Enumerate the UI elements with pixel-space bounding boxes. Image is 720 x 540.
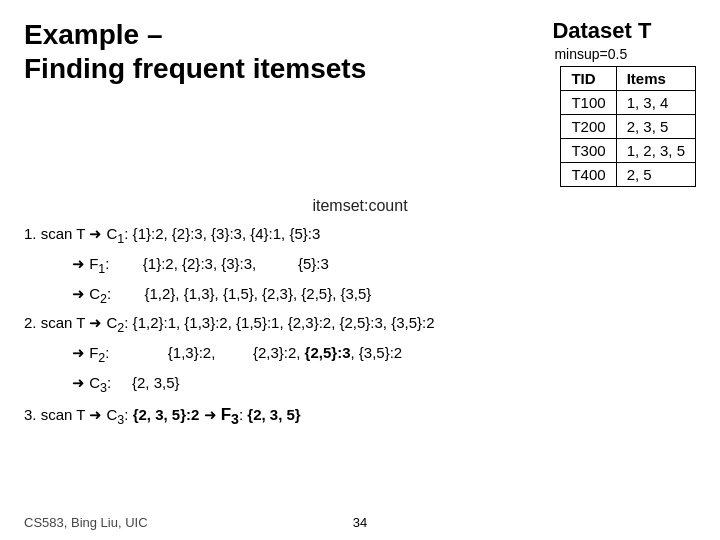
table-row: T3001, 2, 3, 5	[561, 139, 696, 163]
step1-c2-content: {1,2}, {1,3}, {1,5}, {2,3}, {2,5}, {3,5}	[144, 285, 371, 302]
step1-text: 1. scan T ➜ C1: {1}:2, {2}:3, {3}:3, {4}…	[24, 225, 320, 242]
cell-items: 2, 5	[616, 163, 695, 187]
cell-tid: T300	[561, 139, 616, 163]
step1-c2-arrow: ➜ C2:	[72, 285, 111, 302]
step2-f2-line: ➜ F2: {1,3}:2, {2,3}:2, {2,5}:3, {3,5}:2	[72, 342, 696, 368]
cell-tid: T400	[561, 163, 616, 187]
step2-f2-arrow: ➜ F2:	[72, 344, 109, 361]
title-block: Example – Finding frequent itemsets	[24, 18, 552, 85]
table-row: T2002, 3, 5	[561, 115, 696, 139]
step2-c3-content: {2, 3,5}	[132, 374, 180, 391]
footer-page: 34	[353, 515, 367, 530]
cell-items: 1, 2, 3, 5	[616, 139, 695, 163]
table-row: T4002, 5	[561, 163, 696, 187]
table-row: T1001, 3, 4	[561, 91, 696, 115]
dataset-label: Dataset T	[552, 18, 651, 44]
step2-line: 2. scan T ➜ C2: {1,2}:1, {1,3}:2, {1,5}:…	[24, 312, 696, 338]
title-line1: Example –	[24, 18, 552, 52]
step2-text: 2. scan T ➜ C2: {1,2}:1, {1,3}:2, {1,5}:…	[24, 314, 435, 331]
cell-tid: T100	[561, 91, 616, 115]
title-line2: Finding frequent itemsets	[24, 52, 552, 86]
step2-c3-arrow: ➜ C3:	[72, 374, 111, 391]
step1-f1-content: {1}:2, {2}:3, {3}:3, {5}:3	[143, 255, 329, 272]
cell-items: 1, 3, 4	[616, 91, 695, 115]
step1-f1-line: ➜ F1: {1}:2, {2}:3, {3}:3, {5}:3	[72, 253, 696, 279]
cell-items: 2, 3, 5	[616, 115, 695, 139]
dataset-table: TID Items T1001, 3, 4T2002, 3, 5T3001, 2…	[560, 66, 696, 187]
dataset-table-area: Dataset T minsup=0.5 TID Items T1001, 3,…	[552, 18, 696, 187]
cell-tid: T200	[561, 115, 616, 139]
step1-f1-arrow: ➜ F1:	[72, 255, 109, 272]
minsup-label: minsup=0.5	[554, 46, 627, 62]
content-area: itemset:count 1. scan T ➜ C1: {1}:2, {2}…	[24, 197, 696, 430]
step1-line: 1. scan T ➜ C1: {1}:2, {2}:3, {3}:3, {4}…	[24, 223, 696, 249]
step2-c3-line: ➜ C3: {2, 3,5}	[72, 372, 696, 398]
step1-c2-line: ➜ C2: {1,2}, {1,3}, {1,5}, {2,3}, {2,5},…	[72, 283, 696, 309]
step2-f2-content: {1,3}:2, {2,3}:2, {2,5}:3, {3,5}:2	[168, 344, 402, 361]
footer-credit: CS583, Bing Liu, UIC	[24, 515, 148, 530]
dataset-title-row: Dataset T	[552, 18, 651, 44]
main-container: Example – Finding frequent itemsets Data…	[0, 0, 720, 540]
step3-text: 3. scan T ➜ C3: {2, 3, 5}:2 ➜ F3: {2, 3,…	[24, 406, 301, 423]
step3-line: 3. scan T ➜ C3: {2, 3, 5}:2 ➜ F3: {2, 3,…	[24, 402, 696, 431]
header-area: Example – Finding frequent itemsets Data…	[24, 18, 696, 187]
itemset-count-label: itemset:count	[24, 197, 696, 215]
col-items: Items	[616, 67, 695, 91]
col-tid: TID	[561, 67, 616, 91]
